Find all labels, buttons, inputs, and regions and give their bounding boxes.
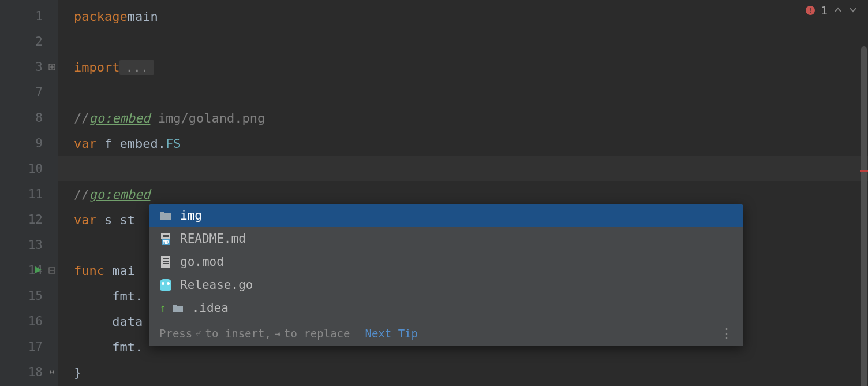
code-line[interactable]: var f embed.FS bbox=[74, 131, 868, 156]
next-tip-link[interactable]: Next Tip bbox=[365, 327, 418, 340]
fold-toggle-icon[interactable] bbox=[48, 64, 55, 70]
code-line[interactable]: package main bbox=[74, 3, 868, 29]
up-arrow-icon: ↑ bbox=[159, 301, 167, 315]
completion-label: README.md bbox=[180, 232, 246, 246]
code-line[interactable] bbox=[74, 29, 868, 54]
line-number: 16 bbox=[0, 309, 58, 334]
file-icon bbox=[159, 256, 172, 268]
completion-footer: Press ⏎ to insert, ⇥ to replace Next Tip… bbox=[149, 320, 743, 346]
run-gutter-icon[interactable] bbox=[33, 263, 43, 277]
line-number: 15 bbox=[0, 283, 58, 309]
completion-label: img bbox=[180, 209, 202, 222]
markdown-file-icon: MD bbox=[159, 233, 172, 245]
completion-item[interactable]: ↑ .idea bbox=[149, 296, 743, 320]
completion-label: go.mod bbox=[180, 255, 224, 269]
prev-error-button[interactable] bbox=[833, 3, 843, 17]
line-number: 11 bbox=[0, 181, 58, 207]
completion-item[interactable]: go.mod bbox=[149, 250, 743, 273]
error-icon: ! bbox=[806, 6, 815, 15]
completion-popup[interactable]: img MD README.md go.mod Release.go ↑ .id… bbox=[149, 204, 743, 346]
inspection-widget[interactable]: ! 1 bbox=[806, 3, 858, 17]
folder-icon bbox=[171, 303, 184, 313]
code-line[interactable] bbox=[74, 156, 868, 181]
line-number: 13 bbox=[0, 232, 58, 258]
scrollbar-thumb[interactable] bbox=[861, 46, 867, 386]
next-error-button[interactable] bbox=[848, 3, 858, 17]
error-squiggle bbox=[152, 194, 164, 195]
folder-icon bbox=[159, 211, 172, 220]
line-number: 17 bbox=[0, 334, 58, 359]
gutter: 1 2 3 7 8 9 10 11 12 13 14 15 16 17 18 bbox=[0, 0, 58, 386]
code-line[interactable]: //go:embed bbox=[74, 181, 868, 207]
line-number: 10 bbox=[0, 156, 58, 181]
folded-region[interactable]: ... bbox=[119, 60, 154, 75]
completion-item[interactable]: img bbox=[149, 204, 743, 227]
line-number: 1 bbox=[0, 3, 58, 29]
go-file-icon bbox=[159, 279, 172, 291]
line-number: 8 bbox=[0, 105, 58, 131]
fold-close-icon[interactable] bbox=[48, 369, 55, 376]
code-line[interactable]: //go:embed img/goland.png bbox=[74, 105, 868, 131]
completion-item[interactable]: MD README.md bbox=[149, 227, 743, 250]
fold-toggle-icon[interactable] bbox=[48, 267, 55, 274]
code-line[interactable] bbox=[74, 80, 868, 105]
line-number: 12 bbox=[0, 207, 58, 232]
line-number: 18 bbox=[0, 359, 58, 385]
line-number: 7 bbox=[0, 80, 58, 105]
line-number: 3 bbox=[0, 54, 58, 80]
tab-key-icon: ⇥ bbox=[275, 328, 280, 339]
completion-label: .idea bbox=[192, 301, 229, 315]
code-line[interactable]: import ... bbox=[74, 54, 868, 80]
line-number: 14 bbox=[0, 258, 58, 283]
enter-key-icon: ⏎ bbox=[196, 328, 201, 339]
scrollbar[interactable] bbox=[860, 23, 868, 386]
code-line[interactable]: } bbox=[74, 359, 868, 385]
error-count: 1 bbox=[821, 3, 828, 17]
line-number: 2 bbox=[0, 29, 58, 54]
error-stripe[interactable] bbox=[860, 170, 868, 172]
completion-label: Release.go bbox=[180, 278, 253, 292]
line-number: 9 bbox=[0, 131, 58, 156]
completion-item[interactable]: Release.go bbox=[149, 273, 743, 296]
svg-marker-3 bbox=[35, 266, 42, 273]
